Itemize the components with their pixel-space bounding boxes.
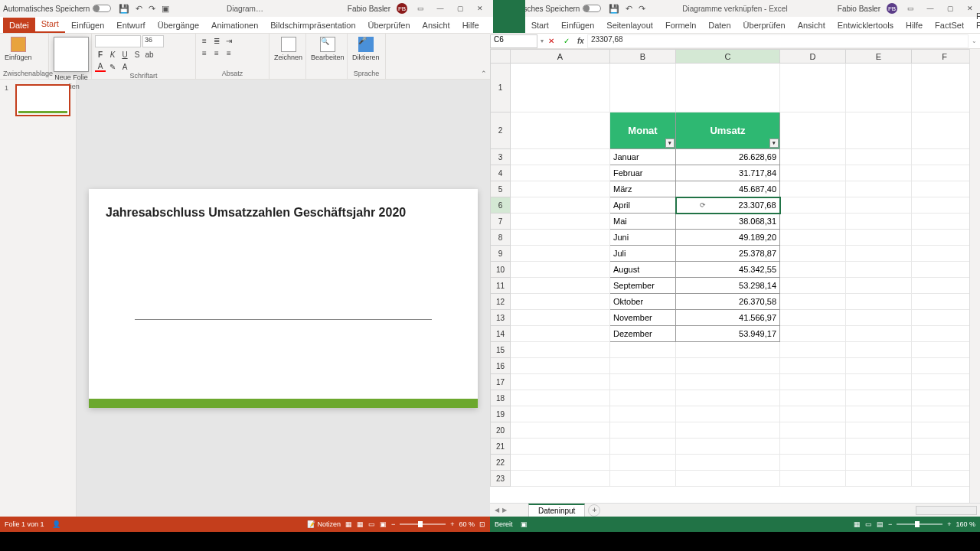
cell-C11[interactable]: 53.298,14 <box>676 278 780 294</box>
row-header-22[interactable]: 22 <box>491 455 511 471</box>
fx-icon[interactable]: fx <box>574 37 587 45</box>
row-header-17[interactable]: 17 <box>491 374 511 390</box>
cell-B6[interactable]: April <box>610 197 676 214</box>
row-header-7[interactable]: 7 <box>491 214 511 230</box>
zoom-in-button[interactable]: + <box>450 520 454 528</box>
font-size-select[interactable]: 36 <box>142 35 164 47</box>
cell-C18[interactable] <box>676 390 780 406</box>
cell-F4[interactable] <box>912 165 978 181</box>
row-header-16[interactable]: 16 <box>491 358 511 374</box>
maximize-icon[interactable]: ▢ <box>943 3 957 14</box>
cell-B9[interactable]: Juli <box>610 246 676 262</box>
row-header-5[interactable]: 5 <box>491 181 511 197</box>
pp-tab-file[interactable]: Datei <box>3 18 35 33</box>
xl-tab-layout[interactable]: Seitenlayout <box>600 18 659 33</box>
cell-E4[interactable] <box>846 165 912 181</box>
row-header-3[interactable]: 3 <box>491 149 511 165</box>
pp-tab-slideshow[interactable]: Bildschirmpräsentation <box>264 18 361 33</box>
zoom-in-button[interactable]: + <box>947 520 951 528</box>
sheet-nav-next-icon[interactable]: ▶ <box>502 507 507 514</box>
col-header-D[interactable]: D <box>780 50 846 64</box>
view-sorter-icon[interactable]: ▦ <box>357 520 364 528</box>
minimize-icon[interactable]: — <box>433 3 447 14</box>
cell-E5[interactable] <box>846 181 912 197</box>
cell-F15[interactable] <box>912 342 978 358</box>
cell-C21[interactable] <box>676 439 780 455</box>
edit-button[interactable]: 🔍Bearbeiten <box>309 35 346 63</box>
filter-dropdown-icon[interactable]: ▾ <box>665 139 675 148</box>
row-header-4[interactable]: 4 <box>491 165 511 181</box>
xl-tab-insert[interactable]: Einfügen <box>555 18 600 33</box>
cell-B10[interactable]: August <box>610 262 676 278</box>
slide-1[interactable]: Jahresabschluss Umsatzzahlen Geschäftsja… <box>89 189 478 408</box>
cell-C17[interactable] <box>676 374 780 390</box>
row-header-2[interactable]: 2 <box>491 112 511 149</box>
cell-E13[interactable] <box>846 310 912 326</box>
cell-D23[interactable] <box>780 471 846 487</box>
cell-C2[interactable]: Umsatz▾ <box>676 112 780 149</box>
col-header-A[interactable]: A <box>511 50 610 64</box>
cell-E11[interactable] <box>846 278 912 294</box>
row-header-1[interactable]: 1 <box>491 64 511 112</box>
dictate-button[interactable]: 🎤Diktieren <box>351 35 381 63</box>
cell-D13[interactable] <box>780 310 846 326</box>
cell-D2[interactable] <box>780 112 846 149</box>
notes-button[interactable]: 📝 Notizen <box>307 520 341 528</box>
xl-autosave-toggle[interactable] <box>583 5 601 12</box>
cell-C7[interactable]: 38.068,31 <box>676 214 780 230</box>
xl-tab-devtools[interactable]: Entwicklertools <box>831 18 900 33</box>
new-slide-button[interactable]: Neue Folie <box>52 35 90 83</box>
cell-B12[interactable]: Oktober <box>610 294 676 310</box>
cell-F18[interactable] <box>912 390 978 406</box>
cell-A21[interactable] <box>511 439 610 455</box>
cell-F6[interactable] <box>912 197 978 214</box>
cell-F3[interactable] <box>912 149 978 165</box>
numbering-button[interactable]: ≣ <box>211 35 222 46</box>
cell-F19[interactable] <box>912 406 978 422</box>
accessibility-icon[interactable]: 👤 <box>52 520 60 528</box>
cell-B4[interactable]: Februar <box>610 165 676 181</box>
bold-button[interactable]: F <box>95 49 106 60</box>
view-normal-icon[interactable]: ▦ <box>854 520 861 528</box>
cell-F10[interactable] <box>912 262 978 278</box>
cell-D8[interactable] <box>780 230 846 246</box>
cell-E17[interactable] <box>846 374 912 390</box>
view-slideshow-icon[interactable]: ▣ <box>380 520 387 528</box>
xl-tab-view[interactable]: Ansicht <box>792 18 831 33</box>
cell-B22[interactable] <box>610 455 676 471</box>
fit-window-icon[interactable]: ⊡ <box>479 520 485 528</box>
vertical-scrollbar[interactable] <box>969 49 980 503</box>
cell-B11[interactable]: September <box>610 278 676 294</box>
cell-D20[interactable] <box>780 422 846 439</box>
cell-A6[interactable] <box>511 197 610 214</box>
cell-A19[interactable] <box>511 406 610 422</box>
indent-button[interactable]: ⇥ <box>224 35 234 46</box>
cell-B2[interactable]: Monat▾ <box>610 112 676 149</box>
cell-B18[interactable] <box>610 390 676 406</box>
cell-A18[interactable] <box>511 390 610 406</box>
row-header-10[interactable]: 10 <box>491 262 511 278</box>
cell-A20[interactable] <box>511 422 610 439</box>
slide-canvas-area[interactable]: Jahresabschluss Umsatzzahlen Geschäftsja… <box>77 80 490 517</box>
font-color-button[interactable]: A <box>95 61 106 72</box>
col-header-F[interactable]: F <box>912 50 978 64</box>
cell-C1[interactable] <box>676 64 780 112</box>
cell-E3[interactable] <box>846 149 912 165</box>
cell-D19[interactable] <box>780 406 846 422</box>
cell-A5[interactable] <box>511 181 610 197</box>
fx-expand-icon[interactable]: ⌄ <box>969 37 980 44</box>
cell-F9[interactable] <box>912 246 978 262</box>
row-header-23[interactable]: 23 <box>491 471 511 487</box>
cell-F13[interactable] <box>912 310 978 326</box>
cell-A17[interactable] <box>511 374 610 390</box>
sheet-nav-prev-icon[interactable]: ◀ <box>495 507 499 514</box>
slide-title[interactable]: Jahresabschluss Umsatzzahlen Geschäftsja… <box>106 206 461 220</box>
view-reading-icon[interactable]: ▭ <box>368 520 375 528</box>
pp-tab-animations[interactable]: Animationen <box>205 18 264 33</box>
select-all-corner[interactable] <box>491 50 511 64</box>
cell-A2[interactable] <box>511 112 610 149</box>
row-header-13[interactable]: 13 <box>491 310 511 326</box>
name-box[interactable]: C6 <box>490 34 537 48</box>
cell-D12[interactable] <box>780 294 846 310</box>
italic-button[interactable]: K <box>107 49 118 60</box>
